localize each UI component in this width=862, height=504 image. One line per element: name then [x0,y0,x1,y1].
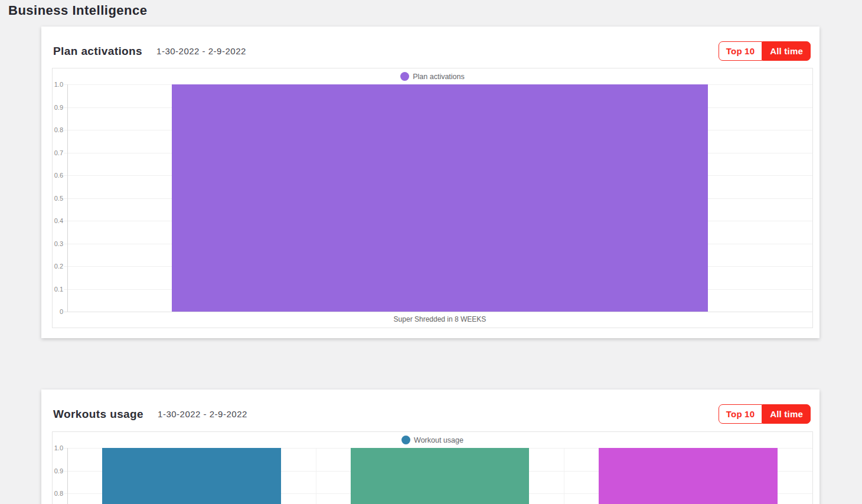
bar[interactable] [172,84,708,312]
plan-activations-chart: Plan activations 00.10.20.30.40.50.60.70… [52,68,813,328]
workouts-usage-card: Workouts usage 1-30-2022 - 2-9-2022 Top … [41,390,819,504]
y-tick-label: 0.5 [51,195,63,202]
legend-marker-dot [400,72,409,81]
plot-area: 00.10.20.30.40.50.60.70.80.91.0 [67,448,812,504]
all-time-button[interactable]: All time [762,404,811,424]
card-header: Workouts usage 1-30-2022 - 2-9-2022 Top … [53,404,811,424]
y-tick-label: 1.0 [51,444,63,451]
top10-button[interactable]: Top 10 [719,41,762,61]
y-tick-label: 0.1 [51,286,63,293]
date-range: 1-30-2022 - 2-9-2022 [156,46,246,56]
time-filter-group: Top 10 All time [719,404,811,424]
y-tick-label: 1.0 [51,81,63,88]
top10-button[interactable]: Top 10 [719,404,762,424]
y-axis-line [67,84,68,312]
bar[interactable] [351,448,530,504]
y-tick-label: 0.2 [51,263,63,270]
x-category-label: Super Shredded in 8 WEEKS [67,315,812,323]
legend-label: Workout usage [414,436,463,444]
date-range: 1-30-2022 - 2-9-2022 [158,409,247,419]
plan-activations-card: Plan activations 1-30-2022 - 2-9-2022 To… [41,27,819,338]
gridline-x [564,448,564,504]
page: { "page": { "title": "Business Intellige… [0,0,862,504]
y-tick-label: 0 [51,308,63,315]
y-tick-label: 0.3 [51,240,63,247]
plot-area: 00.10.20.30.40.50.60.70.80.91.0 [67,84,812,312]
y-axis-line [67,448,68,504]
chart-legend[interactable]: Workout usage [53,432,812,448]
time-filter-group: Top 10 All time [719,41,811,61]
bar[interactable] [599,448,778,504]
chart-legend[interactable]: Plan activations [53,68,812,84]
y-tick-label: 0.6 [51,172,63,179]
card-title: Workouts usage [53,408,143,421]
workouts-usage-chart: Workout usage 00.10.20.30.40.50.60.70.80… [52,431,813,504]
page-title: Business Intelligence [8,3,147,18]
card-header: Plan activations 1-30-2022 - 2-9-2022 To… [53,41,811,61]
y-tick-label: 0.8 [51,126,63,133]
y-tick-label: 0.7 [51,149,63,156]
y-tick-label: 0.8 [51,490,63,497]
y-tick-label: 0.9 [51,467,63,474]
y-tick-label: 0.9 [51,104,63,111]
gridline-x [316,448,316,504]
legend-marker-dot [401,436,410,444]
card-title: Plan activations [53,45,142,58]
bar[interactable] [102,448,281,504]
y-tick-label: 0.4 [51,217,63,224]
all-time-button[interactable]: All time [762,41,811,61]
legend-label: Plan activations [413,73,465,81]
x-axis-labels: Super Shredded in 8 WEEKS [67,312,812,328]
